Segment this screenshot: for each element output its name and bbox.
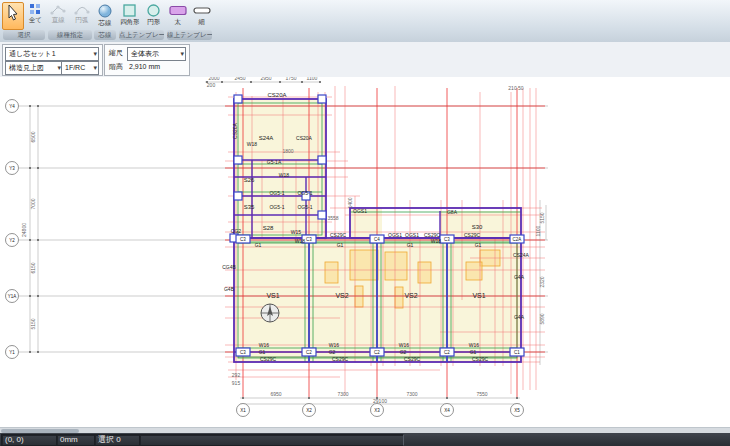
- column-label: C2: [306, 350, 312, 355]
- member-label: W18: [247, 141, 258, 147]
- member-label: G1: [470, 349, 477, 355]
- axis-bubble-label: Y2: [9, 238, 15, 243]
- column-node: [318, 156, 326, 164]
- member-label: G1: [407, 242, 414, 248]
- member-label: VS1: [472, 292, 485, 299]
- member-label: G2: [329, 349, 336, 355]
- member-label: CS29C: [330, 232, 347, 238]
- view-type-dropdown[interactable]: 構造見上図: [5, 61, 63, 75]
- member-label: CS29C: [464, 232, 481, 238]
- member-label: S26: [244, 177, 255, 183]
- group-label-linetype: 線種指定: [48, 30, 92, 40]
- dimension-text: 5150: [539, 212, 545, 223]
- column-label: C3: [240, 237, 246, 242]
- column-label: C2A: [513, 237, 522, 242]
- member-label: CS20A: [232, 122, 238, 139]
- straight-line-button[interactable]: 直線: [47, 2, 70, 30]
- member-label: G1: [255, 242, 262, 248]
- ellipse-icon: [147, 4, 160, 17]
- member-label: W16: [469, 342, 480, 348]
- dimension-text: 3558: [327, 215, 338, 221]
- scale-label: 縮尺: [109, 47, 123, 59]
- dimension-text: 6500: [30, 131, 36, 142]
- slab-opening: [350, 250, 378, 280]
- status-selection-count: 選択 0: [94, 434, 141, 446]
- story-height-label: 階高: [109, 61, 123, 73]
- grid-set-dropdown[interactable]: 通し芯セット1: [5, 47, 99, 61]
- drawing-area[interactable]: C3C3C4C3C2AC3C2C2C2C1CS20ACS20AS24ACS20A…: [0, 77, 730, 427]
- view-type-value: 構造見上図: [9, 64, 44, 71]
- arc-line-label: 円弧: [75, 16, 88, 25]
- thick-line-icon: [169, 4, 187, 17]
- dim-tick: [29, 239, 31, 241]
- dimension-text: 200: [207, 82, 216, 88]
- floor-dropdown[interactable]: 1F/RC: [61, 61, 99, 75]
- dimension-text: 7000: [30, 198, 36, 209]
- circle-template-label: 円形: [147, 18, 160, 27]
- floor-plan-canvas[interactable]: C3C3C4C3C2AC3C2C2C2C1CS20ACS20AS24ACS20A…: [0, 77, 730, 427]
- member-label: G4B: [224, 286, 235, 292]
- member-label: G8A: [447, 209, 458, 215]
- axis-bubble-label: Y4: [9, 104, 15, 109]
- grid-options-panel: 通し芯セット1 構造見上図 1F/RC: [2, 44, 103, 76]
- rectangle-template-button[interactable]: 四角形: [118, 2, 142, 30]
- straight-line-label: 直線: [52, 16, 65, 25]
- column-label: C3: [306, 237, 312, 242]
- circle-template-button[interactable]: 円形: [143, 2, 166, 30]
- dimension-text: 210 50: [508, 85, 524, 91]
- select-all-button[interactable]: 全て: [25, 2, 47, 30]
- dimension-text: 1100: [307, 77, 318, 81]
- dimension-text: 5890: [539, 313, 545, 324]
- member-label: W16: [399, 342, 410, 348]
- dimension-text: 2320: [539, 276, 545, 287]
- member-label: CG2: [231, 228, 242, 234]
- member-label: OG5-1: [269, 204, 284, 210]
- polyline-icon: [50, 4, 66, 15]
- member-label: G1: [259, 349, 266, 355]
- member-label: VS2: [404, 292, 417, 299]
- column-node: [234, 95, 242, 103]
- column-label: C1: [514, 350, 520, 355]
- member-label: OG5-1: [297, 204, 312, 210]
- member-label: CS20A: [267, 92, 286, 98]
- member-label: G1: [475, 242, 482, 248]
- column-node: [234, 156, 242, 164]
- dim-tick: [301, 81, 303, 83]
- select-button[interactable]: [2, 2, 24, 30]
- scale-dropdown[interactable]: 全体表示: [127, 47, 186, 61]
- centerline-button[interactable]: 芯線: [93, 2, 117, 30]
- column-label: C3: [444, 237, 450, 242]
- thick-template-button[interactable]: 太: [166, 2, 189, 30]
- dimension-text: 915: [232, 380, 241, 386]
- member-label: S30: [472, 224, 483, 230]
- member-label: W18: [279, 172, 290, 178]
- axis-bubble-label: Y3: [9, 166, 15, 171]
- toolbar-group-centerline: 芯線 芯線: [93, 1, 117, 41]
- dimension-text: 1750: [285, 77, 296, 81]
- group-label-point-template: 点上テンプレート: [119, 30, 164, 40]
- arc-icon: [74, 4, 90, 15]
- member-label: S28: [263, 225, 274, 231]
- scale-panel: 縮尺 全体表示 階高 2,910 mm: [104, 44, 190, 76]
- member-label: CS24A: [513, 252, 530, 258]
- arc-line-button[interactable]: 円弧: [71, 2, 94, 30]
- dim-tick: [221, 81, 223, 83]
- story-height-value: 2,910 mm: [129, 61, 160, 73]
- axis-bubble-label: X4: [444, 408, 450, 413]
- member-label: G5-1A: [267, 159, 282, 165]
- dimension-text: 7550: [476, 391, 487, 397]
- dimension-text: 2950: [260, 77, 271, 81]
- member-label: S24A: [259, 135, 274, 141]
- dim-tick: [29, 351, 31, 353]
- thin-template-button[interactable]: 細: [190, 2, 213, 30]
- dim-tick: [37, 351, 39, 353]
- status-bar: (0, 0) 0mm 選択 0: [0, 433, 730, 446]
- member-label: VS1: [266, 292, 279, 299]
- member-label: W16: [259, 342, 270, 348]
- member-label: CS29C: [472, 356, 489, 362]
- group-label-line-template: 線上テンプレート: [167, 30, 212, 40]
- dim-tick: [37, 239, 39, 241]
- dim-tick: [29, 105, 31, 107]
- dim-tick: [516, 397, 518, 399]
- dimension-text: 2450: [234, 77, 245, 81]
